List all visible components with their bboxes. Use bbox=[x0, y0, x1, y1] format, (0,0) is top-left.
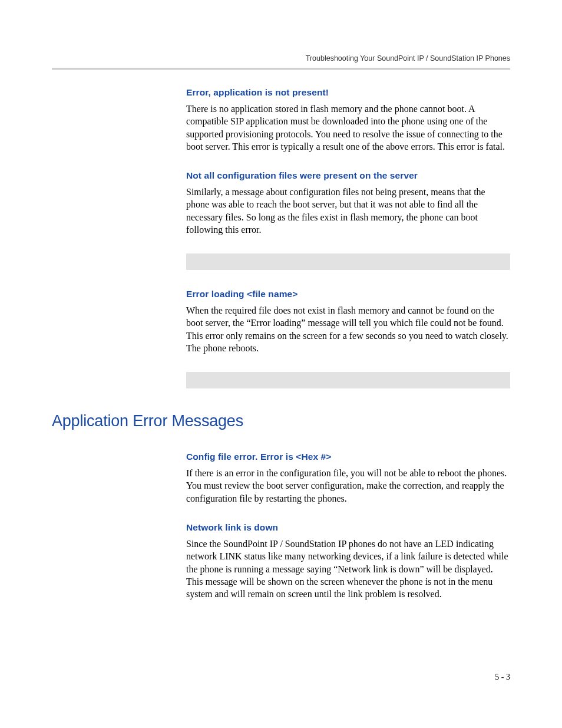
subheading-config-file-error: Config file error. Error is <Hex #> bbox=[186, 452, 510, 462]
subheading-config-files-missing: Not all configuration files were present… bbox=[186, 170, 510, 181]
body-config-files-missing: Similarly, a message about configuration… bbox=[186, 186, 510, 236]
page-number: 5 - 3 bbox=[495, 673, 510, 682]
body-error-app-not-present: There is no application stored in flash … bbox=[186, 103, 510, 153]
body-error-loading-file: When the required file does not exist in… bbox=[186, 304, 510, 354]
subheading-error-loading-file: Error loading <file name> bbox=[186, 289, 510, 299]
header-rule bbox=[52, 68, 510, 70]
content-column: Error, application is not present! There… bbox=[186, 87, 510, 388]
subheading-network-link-down: Network link is down bbox=[186, 522, 510, 533]
running-header: Troubleshooting Your SoundPoint IP / Sou… bbox=[52, 54, 510, 62]
section-heading-application-error-messages: Application Error Messages bbox=[52, 412, 510, 430]
content-column: Config file error. Error is <Hex #> If t… bbox=[186, 452, 510, 600]
page-container: Troubleshooting Your SoundPoint IP / Sou… bbox=[0, 0, 562, 600]
subheading-error-app-not-present: Error, application is not present! bbox=[186, 87, 510, 98]
divider-band bbox=[186, 372, 510, 388]
body-network-link-down: Since the SoundPoint IP / SoundStation I… bbox=[186, 538, 510, 600]
divider-band bbox=[186, 253, 510, 270]
body-config-file-error: If there is an error in the configuratio… bbox=[186, 467, 510, 505]
